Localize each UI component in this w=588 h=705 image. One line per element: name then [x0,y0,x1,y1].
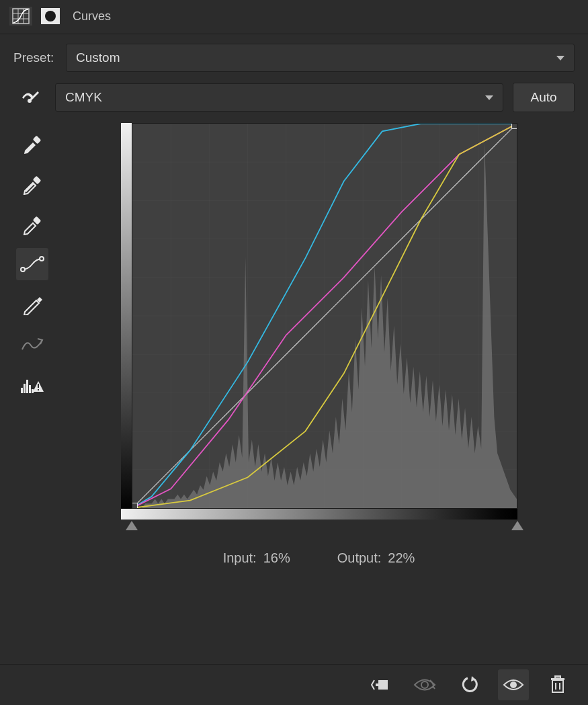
auto-button[interactable]: Auto [513,83,575,112]
black-point-slider[interactable] [126,521,138,530]
svg-point-43 [421,681,428,688]
channel-row: CMYK Auto [13,81,575,114]
draw-curve-tool-icon[interactable] [16,288,48,321]
visibility-icon[interactable] [498,669,529,700]
svg-rect-41 [378,680,388,690]
panel-title: Curves [73,9,111,24]
panel-header: Curves [0,0,588,34]
io-readout: Input:16% Output:22% [223,550,415,566]
svg-rect-19 [38,389,39,390]
preset-row: Preset: Custom [13,44,575,72]
channel-select[interactable]: CMYK [55,83,503,112]
delete-icon[interactable] [542,669,573,700]
curve-point-tool-icon[interactable] [16,248,48,280]
svg-rect-14 [24,384,26,393]
svg-rect-40 [511,124,516,128]
output-value: 22% [388,550,415,565]
svg-rect-8 [33,136,42,144]
output-gradient-strip [121,123,132,520]
histogram-clip-warning-icon[interactable] [16,369,48,401]
curves-plot[interactable] [132,123,517,509]
preset-label: Preset: [13,50,56,65]
svg-rect-42 [376,683,378,686]
clip-to-layer-icon[interactable] [365,669,396,700]
panel-footer [0,664,588,705]
input-value: 16% [263,550,290,565]
white-point-eyedropper-icon[interactable] [16,208,48,240]
smooth-curve-icon[interactable] [16,329,48,361]
output-label: Output: [337,550,382,565]
svg-point-12 [40,257,44,261]
layer-mask-icon[interactable] [39,7,62,26]
input-label: Input: [223,550,257,565]
svg-rect-13 [21,388,23,393]
svg-rect-39 [132,503,137,508]
gray-point-eyedropper-icon[interactable] [16,167,48,200]
svg-rect-16 [29,385,31,393]
white-point-slider[interactable] [511,521,523,530]
chevron-down-icon [485,95,493,100]
svg-point-44 [510,681,517,688]
range-sliders[interactable] [132,520,517,534]
black-point-eyedropper-icon[interactable] [16,127,48,159]
channel-value: CMYK [65,90,102,105]
svg-rect-15 [26,380,28,393]
preset-value: Custom [76,50,120,65]
tool-column [13,123,51,566]
view-previous-state-icon[interactable] [409,669,440,700]
curves-graph[interactable] [121,123,517,520]
input-gradient-strip [121,509,517,520]
svg-rect-18 [38,384,39,388]
chevron-down-icon [556,56,564,60]
preset-select[interactable]: Custom [66,44,575,72]
targeted-adjustment-icon[interactable] [13,81,46,114]
svg-rect-45 [552,680,563,692]
curves-panel-icon[interactable] [9,7,32,26]
svg-rect-49 [555,676,560,678]
svg-point-6 [45,11,56,22]
reset-icon[interactable] [454,669,485,700]
svg-point-7 [28,99,32,103]
svg-point-11 [21,267,25,272]
